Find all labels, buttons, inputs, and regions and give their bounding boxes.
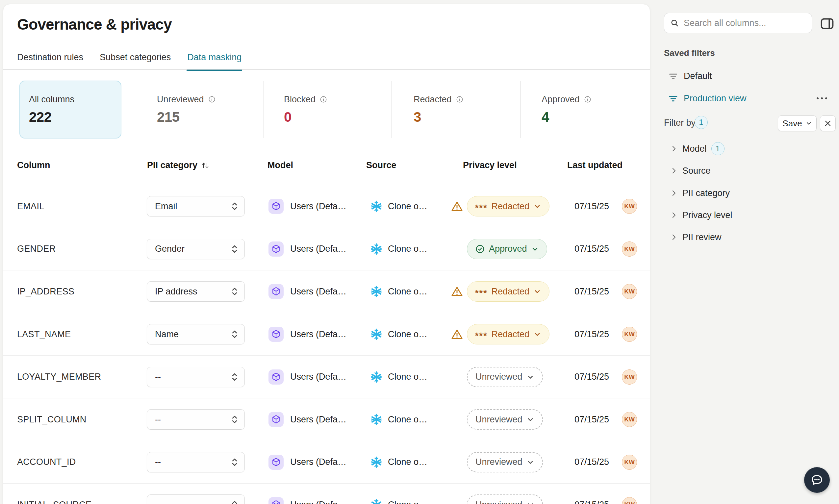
chevron-right-icon xyxy=(670,167,678,175)
pii-category-select[interactable]: -- xyxy=(147,452,245,472)
saved-filter-production-view[interactable]: Production view xyxy=(668,93,747,104)
tab-bar: Destination rules Subset categories Data… xyxy=(17,52,242,71)
table-row: GENDER Gender Users (Defa… xyxy=(3,228,650,271)
chevron-right-icon xyxy=(670,145,678,152)
model-icon xyxy=(268,327,284,342)
avatar: KW xyxy=(622,370,637,384)
stepper-chevrons-icon xyxy=(231,287,238,296)
chevron-down-icon xyxy=(533,202,541,210)
header-privacy-level: Privacy level xyxy=(463,160,517,170)
search-input[interactable] xyxy=(684,18,806,28)
filter-group-label: PII review xyxy=(682,232,721,242)
column-name: LOYALTY_MEMBER xyxy=(17,372,101,382)
panel-toggle-icon[interactable] xyxy=(820,17,834,30)
stat-blocked[interactable]: Blocked 0 xyxy=(284,80,327,139)
pii-category-select[interactable]: IP address xyxy=(147,281,245,302)
info-icon[interactable] xyxy=(320,95,327,103)
avatar: KW xyxy=(622,497,637,504)
chevron-right-icon xyxy=(670,189,678,197)
header-column: Column xyxy=(17,160,50,170)
save-button[interactable]: Save xyxy=(778,115,817,131)
model-icon xyxy=(268,497,284,504)
stat-approved[interactable]: Approved 4 xyxy=(541,80,592,139)
stat-label: Unreviewed xyxy=(157,94,204,105)
stat-unreviewed[interactable]: Unreviewed 215 xyxy=(157,80,216,139)
snowflake-icon xyxy=(370,370,383,384)
filter-group-pii-category[interactable]: PII category xyxy=(670,185,730,201)
avatar: KW xyxy=(622,412,637,427)
filter-group-privacy-level[interactable]: Privacy level xyxy=(670,207,732,223)
pii-category-value: -- xyxy=(155,415,161,425)
stat-label: Redacted xyxy=(414,94,452,105)
tab-destination-rules[interactable]: Destination rules xyxy=(17,52,83,71)
avatar: KW xyxy=(622,284,637,299)
stat-label: Blocked xyxy=(284,94,316,105)
pii-category-select[interactable]: -- xyxy=(147,494,245,504)
approved-check-icon xyxy=(475,244,485,254)
snowflake-icon xyxy=(370,242,383,256)
last-updated-date: 07/15/25 xyxy=(574,244,609,254)
table-row: INITIAL_SOURCE -- Users (Defa… xyxy=(3,484,650,504)
model-name: Users (Defa… xyxy=(290,457,346,467)
stats-band: All columns 222 Unreviewed 215 Blocked 0… xyxy=(3,80,650,139)
chevron-down-icon xyxy=(526,501,534,504)
privacy-level-select[interactable]: Approved xyxy=(467,239,547,259)
privacy-level-select[interactable]: Unreviewed xyxy=(467,409,543,430)
avatar: KW xyxy=(622,455,637,470)
stat-divider xyxy=(392,81,392,138)
last-updated-date: 07/15/25 xyxy=(574,457,609,467)
table-row: LOYALTY_MEMBER -- Users (Defa… xyxy=(3,356,650,398)
filter-group-model[interactable]: Model 1 xyxy=(670,141,725,157)
privacy-level-select[interactable]: *** Redacted xyxy=(467,281,550,302)
chat-bubble-icon xyxy=(810,473,824,487)
pii-category-select[interactable]: -- xyxy=(147,409,245,430)
filter-group-label: PII category xyxy=(682,188,730,198)
pii-category-value: IP address xyxy=(155,287,197,297)
privacy-level-select[interactable]: *** Redacted xyxy=(467,196,550,216)
more-options-icon[interactable] xyxy=(817,97,827,100)
model-icon xyxy=(268,199,284,214)
privacy-level-select[interactable]: Unreviewed xyxy=(467,452,543,472)
filter-group-source[interactable]: Source xyxy=(670,163,711,179)
header-pii-category: PII category xyxy=(147,160,210,170)
pii-category-select[interactable]: -- xyxy=(147,367,245,387)
privacy-level-value: Unreviewed xyxy=(476,500,522,504)
pii-category-select[interactable]: Name xyxy=(147,324,245,344)
privacy-level-value: Redacted xyxy=(492,329,530,340)
info-icon[interactable] xyxy=(208,95,216,103)
snowflake-icon xyxy=(370,285,383,299)
close-filter-button[interactable] xyxy=(820,115,836,131)
pii-category-select[interactable]: Email xyxy=(147,196,245,216)
stat-value: 0 xyxy=(284,109,327,125)
info-icon[interactable] xyxy=(584,95,592,103)
chat-button[interactable] xyxy=(804,467,830,493)
chevron-down-icon xyxy=(526,373,534,381)
stat-all-columns[interactable]: All columns 222 xyxy=(19,80,121,139)
header-source: Source xyxy=(366,160,396,170)
privacy-level-select[interactable]: Unreviewed xyxy=(467,367,543,387)
saved-filter-default[interactable]: Default xyxy=(668,71,712,81)
privacy-level-select[interactable]: *** Redacted xyxy=(467,324,550,344)
privacy-level-select[interactable]: Unreviewed xyxy=(467,494,543,504)
info-icon[interactable] xyxy=(456,95,464,103)
tab-data-masking[interactable]: Data masking xyxy=(187,52,242,71)
tab-subset-categories[interactable]: Subset categories xyxy=(100,52,171,71)
table-row: LAST_NAME Name Users (Defa… xyxy=(3,313,650,356)
model-name: Users (Defa… xyxy=(290,201,346,212)
avatar: KW xyxy=(622,199,637,214)
stat-redacted[interactable]: Redacted 3 xyxy=(414,80,464,139)
chevron-right-icon xyxy=(670,211,678,219)
filter-icon xyxy=(668,94,678,103)
search-box[interactable] xyxy=(664,13,812,33)
model-icon xyxy=(268,284,284,299)
pii-category-select[interactable]: Gender xyxy=(147,239,245,259)
saved-filters-heading: Saved filters xyxy=(664,48,715,58)
model-name: Users (Defa… xyxy=(290,372,346,382)
header-model: Model xyxy=(267,160,293,170)
sort-icon[interactable] xyxy=(201,162,210,169)
filter-group-pii-review[interactable]: PII review xyxy=(670,229,721,245)
table-row: SPLIT_COLUMN -- Users (Defa… xyxy=(3,398,650,441)
snowflake-icon xyxy=(370,455,383,469)
warning-icon xyxy=(451,329,463,340)
privacy-level-value: Unreviewed xyxy=(476,415,522,425)
